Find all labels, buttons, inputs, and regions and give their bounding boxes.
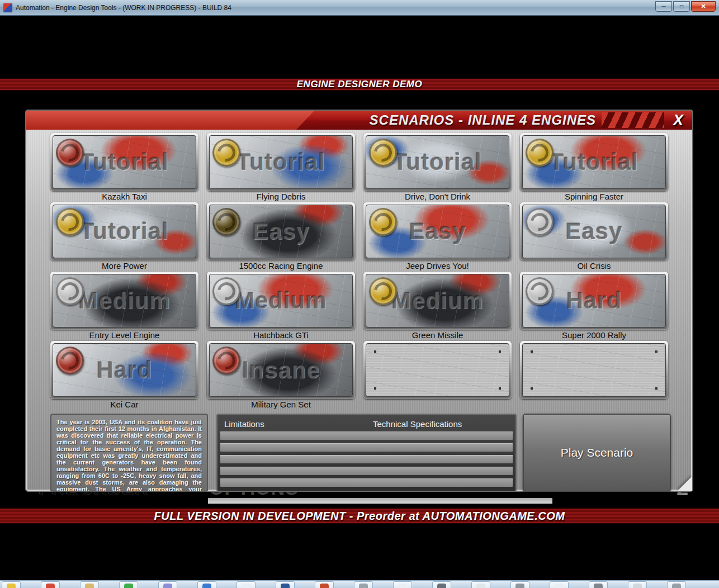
hazard-stripes-icon [602,112,664,128]
scenario-thumbnail: Easy [209,205,353,258]
taskbar-icon[interactable] [589,581,608,588]
scenario-tile[interactable]: EasyJeep Drives You! [363,202,512,272]
scenario-thumbnail: Hard [522,274,666,328]
difficulty-medal-icon [526,208,554,236]
scenario-thumbnail [522,343,666,397]
taskbar-icon[interactable] [393,581,412,588]
scenario-tile[interactable]: HardSuper 2000 Rally [520,272,668,341]
difficulty-medal-icon [526,139,554,167]
app-icon [359,584,368,588]
scenario-tile[interactable]: TutorialDrive, Don't Drink [363,133,512,202]
taskbar-icon[interactable] [80,581,99,588]
bottom-banner: FULL VERSION IN DEVELOPMENT - Preorder a… [0,508,719,524]
scenario-name: Drive, Don't Drink [363,192,512,201]
scenario-name: Green Missile [363,330,512,340]
taskbar-icon[interactable] [276,581,295,588]
scenario-thumbnail: Tutorial [209,135,353,189]
scenario-thumbnail [366,343,509,397]
window-minimize-button[interactable]: ─ [655,1,672,12]
spec-row [220,443,513,452]
scenario-thumbnail: Hard [53,343,196,397]
difficulty-medal-icon [369,208,397,236]
tile-frame: Easy [520,202,668,260]
tile-frame: Easy [207,202,355,260]
taskbar-icon[interactable] [471,581,490,588]
difficulty-medal-icon [212,208,240,236]
scenario-thumbnail: Easy [366,205,509,258]
scenario-tile[interactable]: TutorialKazakh Taxi [50,133,198,202]
app-icon [555,584,564,588]
scenario-thumbnail: Medium [209,274,353,328]
tile-frame [520,341,668,399]
scenario-name: Hatchback GTi [207,330,355,340]
background-strip [208,498,552,504]
difficulty-medal-icon [526,277,554,305]
taskbar-icon[interactable] [41,581,60,588]
scenario-name: More Power [50,261,198,271]
scenario-tile[interactable]: TutorialSpinning Faster [520,133,668,202]
tech-specs-header: Technical Specifications [373,419,462,429]
taskbar-icon[interactable] [197,581,216,588]
scenario-tile[interactable]: MediumGreen Missile [363,272,512,341]
empty-scenario-slot [520,341,668,410]
scenario-thumbnail: Insane [209,343,353,397]
tile-frame: Tutorial [207,133,355,191]
scenario-thumbnail: Tutorial [53,135,196,189]
taskbar-icon[interactable] [510,581,529,588]
scenario-thumbnail: Tutorial [53,205,196,258]
taskbar-icon[interactable] [667,581,686,588]
taskbar-icon[interactable] [2,581,21,588]
scenario-name: Jeep Drives You! [363,261,512,271]
scenarios-dialog: SCENARIOS - INLINE 4 ENGINES X TutorialK… [25,110,693,492]
scenario-tile[interactable]: Easy1500cc Racing Engine [207,202,355,272]
spec-row [220,431,513,440]
taskbar-icon[interactable] [550,581,569,588]
scenario-name: Oil Crisis [520,261,668,271]
app-icon [202,584,211,588]
taskbar-icon[interactable] [158,581,177,588]
app-icon [85,584,94,588]
scenario-tile[interactable]: MediumEntry Level Engine [50,272,198,341]
scenario-tile[interactable]: TutorialFlying Debris [207,133,355,202]
taskbar-icon[interactable] [354,581,373,588]
dialog-close-button[interactable]: X [668,111,689,129]
tile-frame: Insane [207,341,355,399]
top-banner: ENGINE DESIGNER DEMO [0,78,719,91]
difficulty-medal-icon [212,347,240,374]
window-maximize-button[interactable]: □ [673,1,690,12]
taskbar-icon[interactable] [628,581,647,588]
limitations-header: Limitations [224,419,264,429]
bottom-banner-label: FULL VERSION IN DEVELOPMENT - Preorder a… [154,510,565,523]
tile-frame: Medium [363,272,512,330]
app-icon [242,584,250,588]
top-banner-label: ENGINE DESIGNER DEMO [297,79,422,90]
difficulty-medal-icon [56,277,84,305]
app-icon [594,584,603,588]
taskbar-icon[interactable] [432,581,451,588]
app-icon [515,584,524,588]
taskbar-icon[interactable] [119,581,138,588]
scenario-tile[interactable]: InsaneMilitary Gen Set [207,341,355,410]
scenario-tile[interactable]: HardKei Car [50,341,198,410]
app-icon [398,584,407,588]
scenario-thumbnail: Tutorial [366,135,509,189]
taskbar-icon[interactable] [315,581,334,588]
app-icon [437,584,446,588]
window-close-button[interactable]: ✕ [691,1,716,12]
scenario-name: Kei Car [50,400,198,409]
app-icon [163,584,172,588]
scenario-tile[interactable]: MediumHatchback GTi [207,272,355,341]
difficulty-medal-icon [56,347,84,374]
scenario-thumbnail: Medium [366,274,509,328]
tile-frame: Medium [207,272,355,330]
scenario-tile[interactable]: EasyOil Crisis [520,202,668,272]
app-icon [7,584,16,588]
dialog-header: SCENARIOS - INLINE 4 ENGINES X [26,111,692,130]
taskbar-icon[interactable] [236,581,256,588]
scenario-tile[interactable]: TutorialMore Power [50,202,198,272]
play-scenario-button[interactable]: Play Scenario [523,414,671,492]
screen: Automation - Engine Design Tools - (WORK… [0,0,719,588]
difficulty-medal-icon [56,139,84,167]
app-icon [633,584,642,588]
scenario-thumbnail: Easy [522,205,666,258]
